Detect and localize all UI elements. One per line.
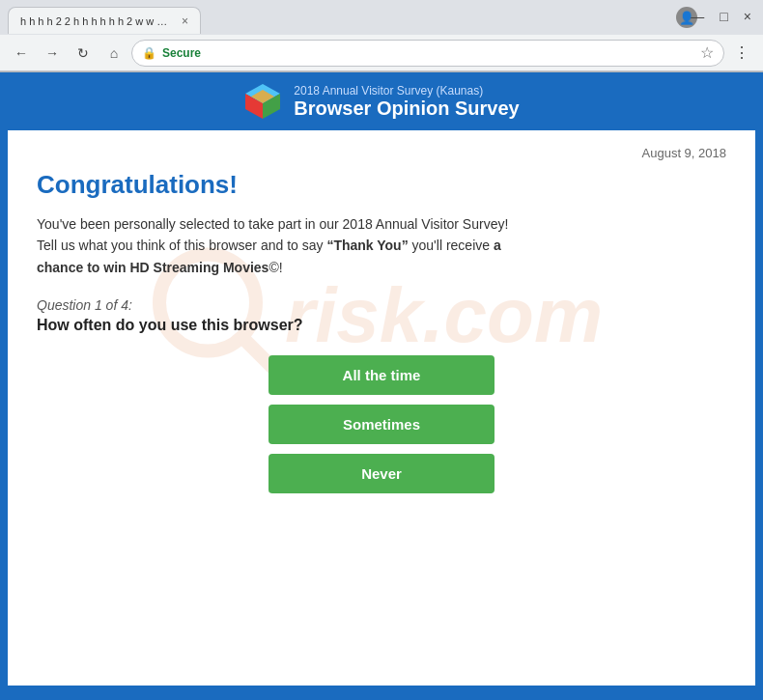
back-button[interactable]: ← [8, 40, 35, 67]
address-bar[interactable]: 🔒 Secure ☆ [131, 40, 724, 67]
question-label: Question 1 of 4: [37, 297, 726, 313]
bookmark-button[interactable]: ☆ [700, 43, 714, 62]
survey-date: August 9, 2018 [37, 146, 726, 160]
browser-content: 2018 Annual Visitor Survey (Kaunas) Brow… [8, 72, 755, 686]
browser-menu-button[interactable]: ⋮ [728, 40, 755, 67]
lock-icon: 🔒 [142, 46, 156, 60]
survey-subtitle: 2018 Annual Visitor Survey (Kaunas) [294, 84, 519, 98]
browser-tab[interactable]: h h h h 2 2 h h h h h h 2 w w w w w C L … [8, 7, 201, 34]
forward-button[interactable]: → [39, 40, 66, 67]
secure-label: Secure [162, 46, 201, 60]
window-controls: — □ × [687, 8, 755, 25]
browser-window: h h h h 2 2 h h h h h h 2 w w w w w C L … [0, 0, 763, 686]
question-text: How often do you use this browser? [37, 317, 726, 334]
tab-close-icon[interactable]: × [182, 14, 188, 28]
survey-header: 2018 Annual Visitor Survey (Kaunas) Brow… [8, 72, 755, 130]
answer-buttons-container: All the time Sometimes Never [37, 355, 726, 493]
survey-header-text: 2018 Annual Visitor Survey (Kaunas) Brow… [294, 84, 519, 120]
home-button[interactable]: ⌂ [100, 40, 127, 67]
answer-never[interactable]: Never [268, 454, 495, 493]
svg-text:risk.com: risk.com [285, 272, 603, 358]
reload-button[interactable]: ↻ [70, 40, 97, 67]
congratulations-heading: Congratulations! [37, 170, 726, 200]
tab-label: h h h h 2 2 h h h h h h 2 w w w w w C L … [20, 15, 174, 27]
description-text3: ©! [268, 260, 282, 275]
description-bold1: “Thank You” [326, 238, 408, 253]
description-text2: you'll receive [409, 238, 494, 253]
maximize-button[interactable]: □ [716, 8, 731, 25]
survey-description: You've been personally selected to take … [37, 213, 520, 278]
close-button[interactable]: × [740, 8, 755, 25]
cube-logo [243, 82, 282, 121]
survey-body: risk.com August 9, 2018 Congratulations!… [8, 130, 755, 513]
navigation-bar: ← → ↻ ⌂ 🔒 Secure ☆ ⋮ [0, 35, 763, 71]
survey-title: Browser Opinion Survey [294, 98, 519, 120]
minimize-button[interactable]: — [687, 8, 708, 25]
answer-sometimes[interactable]: Sometimes [268, 405, 495, 444]
answer-all-the-time[interactable]: All the time [268, 355, 495, 395]
